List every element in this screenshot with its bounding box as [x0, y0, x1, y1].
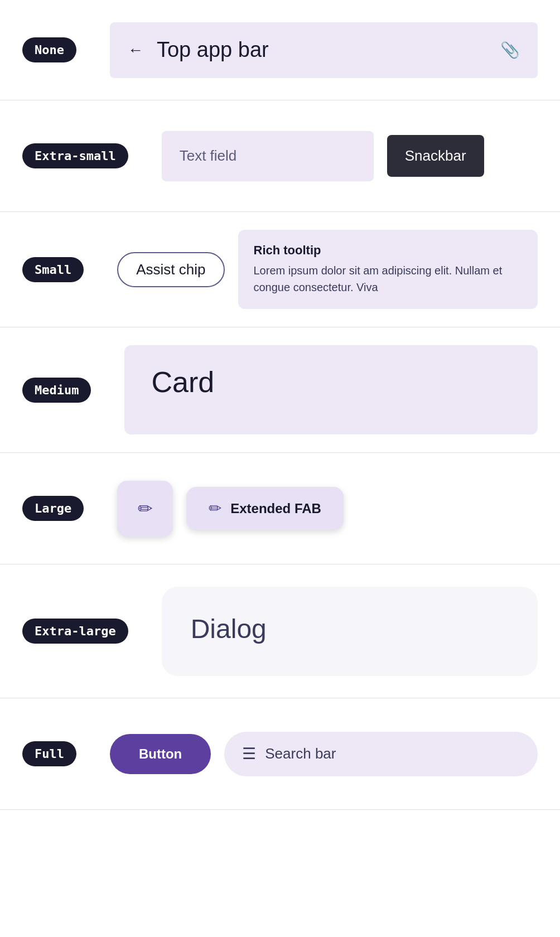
none-badge: None	[22, 37, 76, 62]
search-bar[interactable]: ☰ Search bar	[224, 732, 538, 776]
fab-button[interactable]: ✏	[117, 481, 173, 537]
card[interactable]: Card	[124, 345, 538, 434]
dialog-title: Dialog	[191, 614, 509, 644]
card-title: Card	[151, 365, 511, 399]
full-badge: Full	[22, 741, 76, 766]
large-row: Large ✏ ✏ Extended FAB	[0, 453, 560, 564]
extra-large-badge: Extra-large	[22, 619, 128, 644]
extra-small-badge: Extra-small	[22, 143, 128, 168]
dialog[interactable]: Dialog	[162, 587, 538, 676]
assist-chip[interactable]: Assist chip	[117, 252, 224, 287]
small-row: Small Assist chip Rich tooltip Lorem ips…	[0, 212, 560, 327]
menu-icon: ☰	[242, 745, 256, 763]
search-bar-label: Search bar	[265, 745, 336, 762]
back-icon[interactable]: ←	[128, 41, 143, 59]
extended-fab-button[interactable]: ✏ Extended FAB	[186, 487, 344, 530]
small-badge: Small	[22, 257, 84, 282]
attach-icon[interactable]: 📎	[500, 41, 520, 59]
large-badge: Large	[22, 496, 84, 521]
extra-small-row: Extra-small Text field Snackbar	[0, 100, 560, 212]
extended-fab-pencil-icon: ✏	[209, 499, 221, 518]
top-app-bar-title: Top app bar	[157, 38, 487, 62]
primary-button[interactable]: Button	[110, 734, 211, 774]
snackbar: Snackbar	[387, 135, 484, 177]
medium-row: Medium Card	[0, 327, 560, 453]
fab-pencil-icon: ✏	[138, 498, 153, 519]
rich-tooltip-body: Lorem ipsum dolor sit am adipiscing elit…	[254, 262, 523, 296]
medium-badge: Medium	[22, 378, 91, 403]
full-row: Full Button ☰ Search bar	[0, 698, 560, 810]
none-row: None ← Top app bar 📎	[0, 0, 560, 100]
extra-large-row: Extra-large Dialog	[0, 564, 560, 698]
text-field[interactable]: Text field	[162, 131, 374, 181]
rich-tooltip: Rich tooltip Lorem ipsum dolor sit am ad…	[238, 230, 538, 309]
top-app-bar: ← Top app bar 📎	[110, 22, 538, 78]
text-field-placeholder: Text field	[180, 147, 237, 165]
rich-tooltip-title: Rich tooltip	[254, 243, 523, 258]
extended-fab-label: Extended FAB	[230, 501, 321, 516]
